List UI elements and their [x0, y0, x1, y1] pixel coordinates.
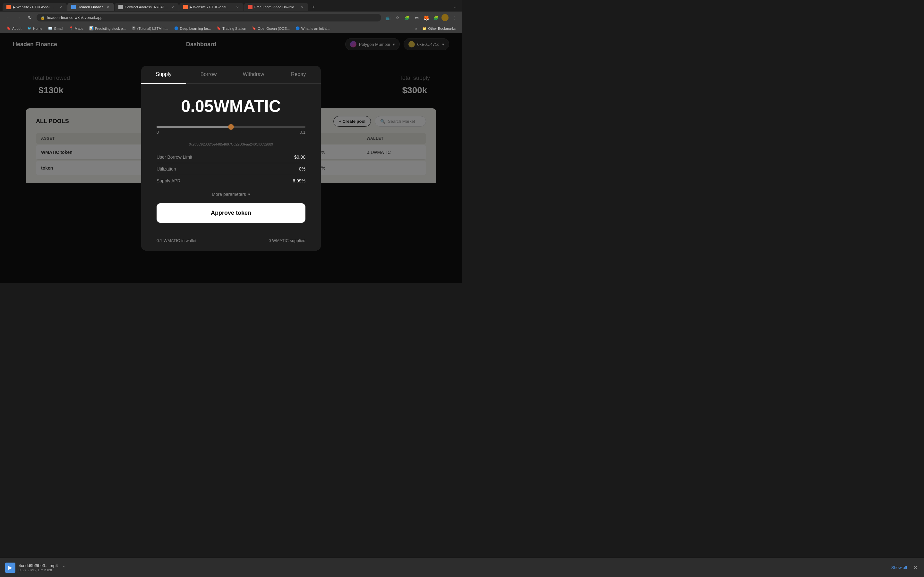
param-row-borrow-limit: User Borrow Limit $0.00: [157, 151, 305, 163]
back-button[interactable]: ←: [4, 13, 12, 22]
bookmark-gmail-icon: ✉️: [48, 26, 53, 31]
tab-favicon: [183, 5, 188, 9]
chevron-down-icon: ▾: [248, 192, 250, 197]
bookmark-trading[interactable]: 🔖 Trading Station: [214, 25, 249, 32]
bookmark-about[interactable]: 🔖 About: [4, 25, 24, 32]
extensions-puzzle-icon[interactable]: 🧩: [432, 13, 440, 22]
bookmark-initial-label: What Is an Initial...: [301, 27, 330, 31]
tab-favicon: [6, 5, 11, 9]
modal-body: 0.05WMATIC 0 0.1 0x9c3C9283D3e44854697Cd…: [141, 84, 321, 233]
bookmark-openocean[interactable]: 🔖 OpenOcean (OOE...: [249, 25, 292, 32]
approve-token-button[interactable]: Approve token: [157, 203, 305, 223]
param-label-supply-apr: Supply APR: [157, 178, 181, 183]
param-value-utilization: 0%: [299, 166, 305, 171]
bookmark-deep-learning-label: Deep Learning for...: [180, 27, 211, 31]
tab-website-2[interactable]: ▶ Website - ETHGlobal Hacka... ✕: [179, 3, 244, 11]
other-bookmarks-button[interactable]: 📁 Other Bookmarks: [420, 26, 458, 32]
tab-favicon: [118, 5, 123, 9]
modal-overlay: Supply Borrow Withdraw Repay 0.05WMATIC …: [0, 33, 462, 283]
new-tab-button[interactable]: +: [309, 3, 318, 11]
tab-title: Free Loom Video Downloader...: [254, 5, 298, 9]
tab-title: ▶ Website - ETHGlobal Hacka...: [190, 5, 233, 9]
slider-track[interactable]: [157, 126, 305, 128]
param-label-borrow-limit: User Borrow Limit: [157, 155, 192, 160]
modal-tab-supply[interactable]: Supply: [141, 66, 186, 84]
metamask-icon[interactable]: 🦊: [422, 13, 431, 22]
extensions-button[interactable]: 🧩: [403, 13, 411, 22]
sidebar-button[interactable]: ▭: [413, 13, 421, 22]
tab-title: ▶ Website - ETHGlobal Hacka...: [13, 5, 57, 9]
other-bookmarks-icon: 📁: [422, 27, 427, 31]
modal-footer: 0.1 WMATIC in wallet 0 WMATIC supplied: [141, 233, 321, 251]
tab-close-icon[interactable]: ✕: [170, 5, 175, 9]
tab-website-1[interactable]: ▶ Website - ETHGlobal Hacka... ✕: [3, 3, 67, 11]
tab-expand-button[interactable]: ⌄: [451, 3, 459, 11]
forward-button[interactable]: →: [15, 13, 23, 22]
bookmarks-bar: 🔖 About 🐦 Home ✉️ Gmail 📍 Maps 📊 Predict…: [0, 24, 462, 33]
browser-chrome: ▶ Website - ETHGlobal Hacka... ✕ Headen …: [0, 0, 462, 33]
tab-close-icon[interactable]: ✕: [105, 5, 110, 9]
bookmark-predicting-label: Predicting stock p...: [95, 27, 126, 31]
bookmark-trading-label: Trading Station: [222, 27, 246, 31]
wallet-balance-label: 0.1 WMATIC in wallet: [157, 238, 196, 243]
menu-button[interactable]: ⋮: [450, 13, 458, 22]
bookmark-about-icon: 🔖: [6, 26, 11, 31]
bookmark-initial-icon: 🔵: [296, 26, 300, 31]
bookmark-openocean-label: OpenOcean (OOE...: [258, 27, 290, 31]
reload-button[interactable]: ↻: [26, 13, 34, 22]
slider-labels: 0 0.1: [157, 130, 305, 135]
more-params-label: More parameters: [212, 192, 246, 197]
tab-title: Headen Finance: [78, 5, 103, 9]
bookmark-home-icon: 🐦: [27, 26, 32, 31]
tab-bar: ▶ Website - ETHGlobal Hacka... ✕ Headen …: [0, 0, 462, 11]
bookmark-about-label: About: [12, 27, 21, 31]
bookmark-deep-learning[interactable]: 🔵 Deep Learning for...: [172, 25, 214, 32]
slider-fill: [157, 126, 231, 128]
bookmark-home[interactable]: 🐦 Home: [25, 25, 45, 32]
tab-title: Contract Address 0x76A1ee17...: [125, 5, 168, 9]
amount-display: 0.05WMATIC: [157, 97, 305, 116]
bookmark-openocean-icon: 🔖: [252, 26, 256, 31]
bookmark-predicting[interactable]: 📊 Predicting stock p...: [87, 25, 128, 32]
params-list: User Borrow Limit $0.00 Utilization 0% S…: [157, 151, 305, 187]
tab-close-icon[interactable]: ✕: [300, 5, 304, 9]
bookmark-predicting-icon: 📊: [89, 26, 94, 31]
bookmark-maps[interactable]: 📍 Maps: [66, 25, 86, 32]
cast-button[interactable]: 📺: [384, 13, 392, 22]
modal-tab-borrow[interactable]: Borrow: [186, 66, 231, 83]
more-params-toggle[interactable]: More parameters ▾: [157, 187, 305, 202]
bookmark-gmail[interactable]: ✉️ Gmail: [45, 25, 66, 32]
tab-contract[interactable]: Contract Address 0x76A1ee17... ✕: [115, 3, 179, 11]
param-row-supply-apr: Supply APR 6.99%: [157, 175, 305, 187]
bookmark-lstm-icon: 📓: [132, 26, 136, 31]
app-container: Headen Finance Dashboard Polygon Mumbai …: [0, 33, 462, 283]
bookmark-gmail-label: Gmail: [54, 27, 63, 31]
bookmark-home-label: Home: [33, 27, 42, 31]
bookmark-lstm[interactable]: 📓 (Tutorial) LSTM in...: [129, 25, 171, 32]
modal-tab-withdraw[interactable]: Withdraw: [231, 66, 276, 83]
slider-thumb[interactable]: [228, 124, 234, 130]
param-value-supply-apr: 6.99%: [292, 178, 305, 183]
nav-actions: 📺 ☆ 🧩 ▭ 🦊 🧩 ⋮: [384, 13, 458, 22]
tab-loom[interactable]: Free Loom Video Downloader... ✕: [244, 3, 309, 11]
tab-close-icon[interactable]: ✕: [58, 5, 63, 9]
param-value-borrow-limit: $0.00: [294, 155, 305, 160]
supply-modal: Supply Borrow Withdraw Repay 0.05WMATIC …: [141, 66, 321, 251]
tab-headen[interactable]: Headen Finance ✕: [67, 3, 114, 11]
tab-favicon: [71, 5, 76, 9]
bookmarks-more-button[interactable]: »: [413, 26, 419, 31]
contract-address: 0x9c3C9283D3e44854697Cd22D3Faa240Cfb0328…: [157, 142, 305, 146]
tab-favicon: [248, 5, 252, 9]
bookmark-maps-label: Maps: [75, 27, 83, 31]
address-bar[interactable]: 🔒 headen-finance-w8hk.vercel.app: [37, 14, 381, 21]
nav-bar: ← → ↻ 🔒 headen-finance-w8hk.vercel.app 📺…: [0, 11, 462, 24]
bookmark-initial[interactable]: 🔵 What Is an Initial...: [293, 25, 333, 32]
slider-min-label: 0: [157, 130, 159, 135]
lock-icon: 🔒: [40, 16, 45, 20]
bookmark-star-button[interactable]: ☆: [393, 13, 402, 22]
modal-tab-repay[interactable]: Repay: [276, 66, 321, 83]
profile-avatar[interactable]: [441, 14, 449, 21]
param-label-utilization: Utilization: [157, 166, 176, 171]
tab-close-icon[interactable]: ✕: [235, 5, 240, 9]
bookmark-lstm-label: (Tutorial) LSTM in...: [137, 27, 168, 31]
